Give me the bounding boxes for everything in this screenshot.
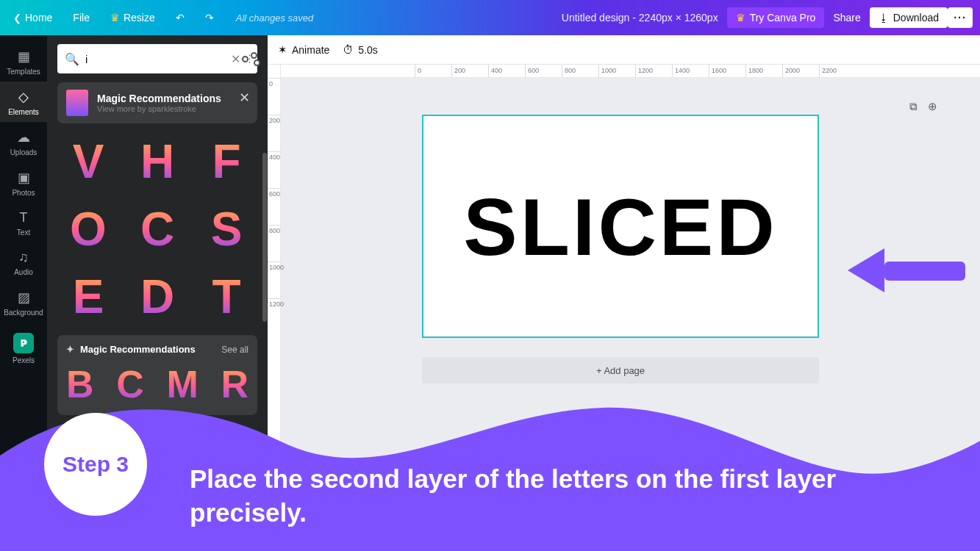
download-label: Download — [893, 12, 939, 24]
element-letter[interactable]: T — [196, 266, 257, 328]
image-icon: ▣ — [18, 170, 30, 186]
music-note-icon: ♫ — [18, 250, 29, 265]
try-pro-label: Try Canva Pro — [750, 12, 816, 24]
tutorial-overlay: Step 3 Place the second layer of the let… — [0, 389, 980, 551]
rail-label: Pexels — [12, 356, 35, 364]
tutorial-arrow-icon — [848, 248, 965, 292]
cloud-upload-icon: ☁ — [17, 129, 30, 145]
element-letter[interactable]: C — [126, 198, 188, 260]
share-label: Share — [833, 12, 860, 24]
crown-icon: ♛ — [110, 12, 120, 24]
more-menu-button[interactable]: ··· — [948, 7, 973, 28]
header-left: ❮ Home File ♛ Resize ↶ ↷ All changes sav… — [7, 9, 313, 26]
document-title[interactable]: Untitled design - 2240px × 1260px — [562, 12, 718, 24]
templates-icon: ▦ — [18, 48, 30, 65]
element-letter[interactable]: H — [126, 131, 188, 192]
rail-text[interactable]: T Text — [0, 203, 47, 242]
crown-icon: ♛ — [736, 12, 745, 24]
rec-banner-sub: View more by sparklestroke — [97, 104, 221, 113]
resize-label: Resize — [124, 12, 155, 24]
rec-banner-title: Magic Recommendations — [97, 93, 221, 104]
element-letter[interactable]: F — [196, 131, 257, 192]
rail-pexels[interactable]: Pexels — [0, 323, 47, 370]
animate-icon: ✶ — [278, 43, 287, 57]
rail-label: Audio — [14, 268, 33, 276]
resize-button[interactable]: ♛ Resize — [104, 9, 161, 26]
animate-label: Animate — [292, 44, 329, 56]
search-bar: 🔍 ✕ — [57, 44, 257, 73]
redo-button[interactable]: ↷ — [199, 9, 220, 26]
add-page-label: + Add page — [596, 365, 645, 376]
element-letter[interactable]: V — [57, 131, 119, 192]
rail-background[interactable]: ▨ Background — [0, 282, 47, 323]
chevron-left-icon: ❮ — [13, 12, 21, 24]
element-letter[interactable]: O — [57, 198, 119, 260]
rail-templates[interactable]: ▦ Templates — [0, 41, 47, 82]
try-pro-button[interactable]: ♛ Try Canva Pro — [727, 7, 825, 28]
file-menu[interactable]: File — [67, 9, 96, 26]
rec-row-title: Magic Recommendations — [80, 344, 196, 355]
rail-label: Elements — [8, 108, 39, 116]
step-badge: Step 3 — [44, 413, 147, 516]
add-page-button[interactable]: + Add page — [422, 357, 819, 383]
download-button[interactable]: ⭳ Download — [870, 7, 948, 28]
canvas-text[interactable]: SLICED — [463, 180, 777, 273]
letter-thumb-icon — [66, 90, 88, 116]
page-tools: ⧉ ⊕ — [909, 100, 937, 113]
rail-photos[interactable]: ▣ Photos — [0, 162, 47, 203]
elements-icon: ◇ — [18, 89, 29, 105]
download-icon: ⭳ — [879, 12, 889, 24]
undo-button[interactable]: ↶ — [170, 9, 190, 26]
share-button[interactable]: Share — [824, 7, 869, 28]
panel-scrollbar[interactable] — [262, 153, 267, 322]
rail-elements[interactable]: ◇ Elements — [0, 82, 47, 122]
hatch-icon: ▨ — [18, 289, 30, 306]
element-letter[interactable]: E — [57, 266, 119, 328]
save-status: All changes saved — [236, 12, 314, 24]
element-letter[interactable]: S — [196, 198, 257, 260]
canvas-toolbar: ✶ Animate ⏱ 5.0s — [268, 35, 980, 65]
app-header: ❮ Home File ♛ Resize ↶ ↷ All changes sav… — [0, 0, 980, 35]
text-icon: T — [20, 210, 28, 226]
dots-icon: ··· — [954, 12, 967, 24]
rail-label: Background — [4, 309, 43, 317]
home-label: Home — [25, 12, 52, 24]
element-letter[interactable]: D — [126, 266, 188, 328]
see-all-link[interactable]: See all — [221, 345, 248, 355]
rail-uploads[interactable]: ☁ Uploads — [0, 122, 47, 162]
step-number: Step 3 — [62, 452, 129, 477]
step-instructions: Place the second layer of the letters on… — [190, 462, 951, 529]
clear-search-icon[interactable]: ✕ — [231, 52, 240, 66]
add-page-icon[interactable]: ⊕ — [928, 100, 937, 113]
recommendation-banner[interactable]: Magic Recommendations View more by spark… — [57, 82, 257, 123]
rail-label: Text — [17, 228, 30, 237]
pexels-icon — [13, 333, 34, 353]
letter-grid: V H F O C S E D T — [47, 131, 268, 328]
redo-icon: ↷ — [205, 12, 214, 24]
undo-icon: ↶ — [176, 12, 185, 24]
ruler-horizontal: 0200400600800100012001400160018002000220… — [268, 65, 980, 78]
close-icon[interactable]: ✕ — [239, 90, 250, 106]
search-input[interactable] — [85, 53, 225, 65]
rail-label: Uploads — [10, 148, 37, 156]
animate-button[interactable]: ✶ Animate — [278, 43, 329, 57]
rail-audio[interactable]: ♫ Audio — [0, 242, 47, 282]
duplicate-page-icon[interactable]: ⧉ — [909, 100, 918, 113]
home-button[interactable]: ❮ Home — [7, 9, 58, 26]
stopwatch-icon: ⏱ — [343, 43, 354, 56]
rail-label: Templates — [7, 68, 40, 76]
duration-button[interactable]: ⏱ 5.0s — [343, 43, 377, 56]
file-label: File — [73, 12, 90, 24]
filter-icon[interactable] — [249, 51, 250, 66]
rail-label: Photos — [12, 189, 35, 197]
sparkle-icon: ✦ — [66, 344, 74, 355]
duration-value: 5.0s — [358, 44, 377, 56]
artboard-selected[interactable]: SLICED — [422, 115, 819, 338]
search-icon: 🔍 — [65, 52, 79, 66]
